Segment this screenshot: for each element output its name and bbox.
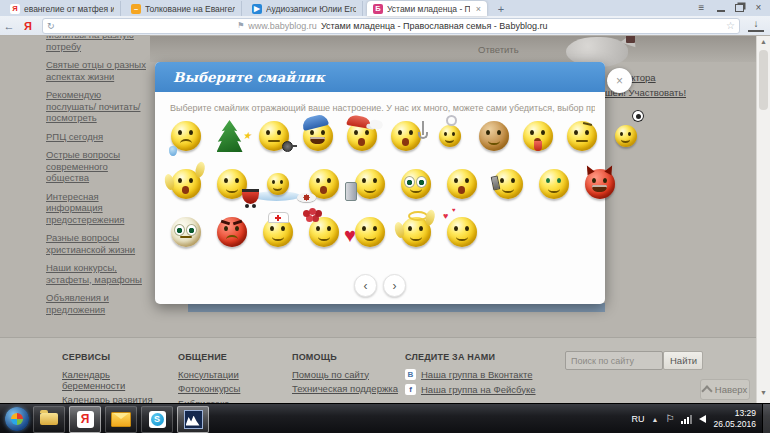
footer-link[interactable]: Фотоконкурсы [178, 383, 286, 394]
page-content: Ответить нструктора шей! Участвовать! Мо… [0, 35, 770, 403]
christmas-tree-smiley[interactable] [211, 114, 248, 158]
slingshot-smiley[interactable] [387, 114, 424, 158]
smiley-face [309, 217, 339, 247]
angry-brows-decoration [221, 221, 242, 225]
scroll-to-top-label: Наверх [715, 384, 747, 395]
nurse-smiley[interactable] [259, 210, 296, 254]
footer-link[interactable]: Календарь развития ребенка [62, 394, 174, 403]
downloads-icon[interactable]: ↓ [748, 19, 764, 32]
devil-smiley[interactable] [581, 162, 618, 206]
sidebar-link[interactable]: Рекомендую послушать/ почитать/посмотрет… [46, 89, 152, 124]
site-search-input[interactable] [565, 351, 663, 370]
phone-call-smiley[interactable] [489, 162, 526, 206]
start-button[interactable] [5, 407, 29, 431]
sidebar-link[interactable]: Интересная информация предостережения [46, 191, 152, 226]
show-desktop-button[interactable] [762, 404, 770, 433]
horns-decoration [585, 165, 614, 175]
sidebar-link[interactable]: Разные вопросы христианской жизни [46, 232, 152, 255]
reply-button[interactable]: Ответить [478, 44, 519, 55]
sidebar-link[interactable]: Острые вопросы современного общества [46, 149, 152, 184]
sidebar-link[interactable]: Объявления и предложения [46, 292, 152, 315]
taskbar-yandex-browser-button[interactable]: Я [69, 406, 101, 433]
bookmark-star-icon[interactable]: ☆ [726, 20, 735, 31]
sidebar-link[interactable]: Наши конкурсы, эстафеты, марафоны [46, 262, 152, 285]
next-page-button[interactable]: › [383, 274, 406, 297]
coffee-machine-smiley[interactable] [351, 162, 388, 206]
reload-icon[interactable]: ↻ [47, 21, 55, 31]
angry-red-smiley[interactable] [213, 210, 250, 254]
address-bar[interactable]: ↻ ⚑ www.babyblog.ru Устами младенца - Пр… [42, 18, 740, 34]
ring-decoration [446, 115, 457, 126]
soccer-smiley[interactable] [607, 114, 644, 158]
red-cap-cloud-smiley[interactable] [343, 114, 380, 158]
sidebar-link[interactable]: Молитвы на разную потребу [46, 35, 152, 52]
prev-page-button[interactable]: ‹ [354, 274, 377, 297]
footer-link[interactable]: Техническая поддержка [292, 383, 412, 394]
clock[interactable]: 13:29 26.05.2016 [713, 408, 756, 429]
footer-link[interactable]: Календарь беременности [62, 369, 174, 391]
green-eyes-smiling-smiley[interactable] [535, 162, 572, 206]
new-tab-button[interactable]: + [493, 2, 509, 16]
scrollbar-down-arrow[interactable]: ▼ [757, 387, 770, 399]
gingerbread-smiley[interactable] [475, 114, 512, 158]
winged-surprised-smiley[interactable] [167, 162, 204, 206]
sidebar-link[interactable]: РПЦ сегодня [46, 131, 152, 143]
taskbar-mail-button[interactable] [105, 406, 137, 433]
dialog-close-button[interactable]: × [607, 68, 632, 93]
browser-tab[interactable]: Яевангелие от матфея иоанн [4, 1, 121, 16]
close-button[interactable]: × [751, 1, 766, 14]
footer-column-title: ПОМОЩЬ [292, 352, 412, 362]
footer-follow-link[interactable]: fНаша группа на Фейсбуке [405, 384, 555, 395]
crazy-tongue-smiley[interactable] [519, 114, 556, 158]
bbq-grill-smiley[interactable] [213, 162, 250, 206]
crying-smiley[interactable] [167, 114, 204, 158]
footer-follow-link[interactable]: ВНаша группа в Вконтакте [405, 369, 555, 380]
footer-link[interactable]: Консультации [178, 369, 286, 380]
frying-pan-smiley[interactable] [255, 114, 292, 158]
surprised-smiley[interactable] [443, 162, 480, 206]
windows-taskbar: Я S RU ▲ ⚐ 13:29 26.05.2016 [0, 403, 770, 433]
site-url: www.babyblog.ru [248, 21, 317, 31]
soccer-decoration [632, 110, 644, 122]
action-center-flag-icon[interactable]: ⚐ [665, 414, 674, 424]
browser-tab[interactable]: –Толкование на Евангелие от [125, 1, 242, 16]
sidebar-link[interactable]: Святые отцы о разных аспектах жизни [46, 59, 152, 82]
yandex-home-button[interactable]: Я [18, 20, 38, 32]
taskbar-chart-app-button[interactable] [177, 406, 209, 433]
footer-link[interactable]: Наша группа на Фейсбуке [421, 384, 536, 395]
tray-expand-icon[interactable]: ▲ [652, 416, 659, 423]
scrollbar-up-arrow[interactable]: ▲ [757, 36, 770, 48]
bookmark-favicon: – [131, 4, 141, 14]
footer-link[interactable]: Наша группа в Вконтакте [421, 369, 532, 380]
back-button[interactable]: ← [0, 20, 18, 32]
skeptic-brow-smiley[interactable] [563, 114, 600, 158]
page-scrollbar[interactable]: ▲ ▼ [756, 35, 770, 403]
angel-smiley[interactable] [397, 210, 434, 254]
ornament-smiley[interactable] [431, 114, 468, 158]
speaker-icon[interactable] [699, 415, 706, 423]
big-green-eyes-smiley[interactable] [397, 162, 434, 206]
taskbar-skype-button[interactable]: S [141, 406, 173, 433]
smiley-face [615, 125, 637, 147]
browser-tab[interactable]: ▶Аудиозаписи Юлии Егорово [246, 1, 363, 16]
footer-link[interactable]: Помощь по сайту [292, 369, 412, 380]
browser-tab[interactable]: БУстами младенца - Прав× [367, 1, 487, 16]
site-search-button[interactable]: Найти [663, 351, 703, 370]
minimize-button[interactable] [713, 1, 728, 14]
restore-button[interactable] [732, 1, 747, 14]
scrollbar-thumb[interactable] [759, 50, 768, 110]
scroll-to-top-button[interactable]: Наверх [700, 379, 750, 400]
smiley-face [355, 169, 385, 199]
i-love-you-heart-smiley[interactable] [351, 210, 388, 254]
network-icon[interactable] [681, 414, 692, 424]
blue-cap-laughing-smiley[interactable] [299, 114, 336, 158]
taskbar-explorer-button[interactable] [33, 406, 65, 433]
menu-button[interactable]: ≡ [694, 1, 709, 14]
language-indicator[interactable]: RU [632, 414, 645, 424]
roses-bouquet-smiley[interactable] [305, 210, 342, 254]
water-slide-smiley[interactable] [259, 162, 296, 206]
spaghetti-eating-smiley[interactable] [305, 162, 342, 206]
shy-hearts-smiley[interactable] [443, 210, 480, 254]
shocked-pale-smiley[interactable] [167, 210, 204, 254]
tab-close-icon[interactable]: × [474, 4, 481, 14]
